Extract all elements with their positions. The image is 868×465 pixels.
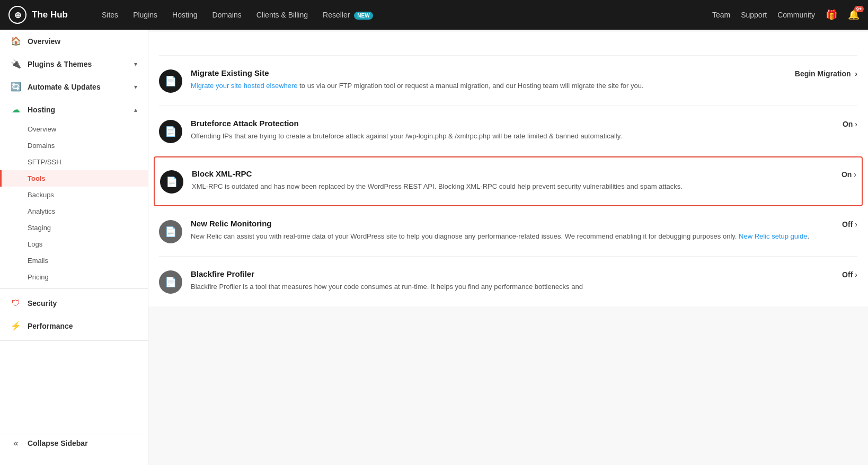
nav-reseller[interactable]: Reseller NEW bbox=[316, 7, 379, 22]
tool-item-bruteforce: 📄 Bruteforce Attack Protection Offending… bbox=[159, 106, 857, 156]
xmlrpc-chevron-icon: › bbox=[854, 170, 856, 179]
sidebar-item-security[interactable]: 🛡 Security bbox=[0, 292, 148, 314]
new-relic-title: New Relic Monitoring bbox=[191, 219, 812, 228]
sidebar-item-overview[interactable]: 🏠 Overview bbox=[0, 30, 148, 52]
sidebar-sub-item-analytics[interactable]: Analytics bbox=[0, 203, 148, 220]
chevron-down-icon-2: ▾ bbox=[134, 83, 137, 91]
document-icon-2: 📄 bbox=[165, 126, 176, 137]
sidebar-sub-item-overview[interactable]: Overview bbox=[0, 121, 148, 137]
cloud-icon: ☁ bbox=[11, 104, 21, 115]
nav-clients-billing[interactable]: Clients & Billing bbox=[250, 7, 314, 22]
collapse-icon: « bbox=[11, 438, 21, 448]
sidebar-sub-item-emails[interactable]: Emails bbox=[0, 252, 148, 269]
main-content: 📄 Migrate Existing Site Migrate your sit… bbox=[148, 30, 868, 465]
xmlrpc-title: Block XML-RPC bbox=[192, 169, 811, 178]
document-icon: 📄 bbox=[165, 75, 176, 87]
reseller-badge: NEW bbox=[354, 12, 373, 20]
document-icon-5: 📄 bbox=[165, 276, 176, 288]
new-relic-status-label: Off bbox=[842, 220, 853, 229]
topnav-right: Team Support Community 🎁 🔔 9+ bbox=[712, 9, 860, 21]
gift-button[interactable]: 🎁 bbox=[826, 9, 837, 21]
nav-plugins[interactable]: Plugins bbox=[127, 7, 164, 22]
home-icon: 🏠 bbox=[11, 36, 21, 46]
bruteforce-title: Bruteforce Attack Protection bbox=[191, 119, 812, 128]
sidebar-collapse-button[interactable]: « Collapse Sidebar bbox=[0, 434, 148, 454]
notifications-button[interactable]: 🔔 9+ bbox=[848, 9, 860, 21]
xmlrpc-body: Block XML-RPC XML-RPC is outdated and ha… bbox=[192, 169, 811, 192]
tool-item-blackfire: 📄 Blackfire Profiler Blackfire Profiler … bbox=[159, 257, 857, 306]
notifications-badge: 9+ bbox=[854, 6, 864, 12]
migrate-desc: Migrate your site hosted elsewhere to us… bbox=[191, 81, 786, 91]
migrate-link[interactable]: Migrate your site hosted elsewhere bbox=[191, 82, 298, 90]
blackfire-status-label: Off bbox=[842, 270, 853, 279]
nav-domains[interactable]: Domains bbox=[206, 7, 248, 22]
sidebar-item-hosting[interactable]: ☁ Hosting ▴ bbox=[0, 98, 148, 121]
partial-top-item bbox=[159, 32, 857, 56]
xmlrpc-action[interactable]: On › bbox=[819, 169, 856, 179]
brand: ⊕ The Hub bbox=[8, 6, 83, 24]
bruteforce-chevron-icon: › bbox=[855, 120, 857, 128]
bruteforce-icon-wrap: 📄 bbox=[159, 120, 182, 143]
blackfire-action[interactable]: Off › bbox=[820, 269, 857, 279]
bruteforce-desc: Offending IPs that are trying to create … bbox=[191, 131, 812, 142]
new-relic-icon-wrap: 📄 bbox=[159, 220, 182, 243]
sidebar-item-performance[interactable]: ⚡ Performance bbox=[0, 314, 148, 337]
sidebar-label-collapse: Collapse Sidebar bbox=[28, 439, 88, 448]
sidebar-item-plugins-themes[interactable]: 🔌 Plugins & Themes ▾ bbox=[0, 52, 148, 75]
performance-icon: ⚡ bbox=[11, 321, 21, 331]
plugin-icon: 🔌 bbox=[11, 59, 21, 69]
nav-sites[interactable]: Sites bbox=[95, 7, 125, 22]
sidebar-label-overview: Overview bbox=[28, 37, 60, 46]
sidebar-label-hosting: Hosting bbox=[28, 106, 55, 114]
blackfire-title: Blackfire Profiler bbox=[191, 269, 812, 278]
brand-name: The Hub bbox=[32, 10, 68, 20]
topnav-links: Sites Plugins Hosting Domains Clients & … bbox=[95, 7, 699, 22]
sidebar-hosting-submenu: Overview Domains SFTP/SSH Tools Backups … bbox=[0, 121, 148, 285]
shield-icon: 🛡 bbox=[11, 299, 21, 308]
sidebar-label-security: Security bbox=[28, 299, 57, 308]
migrate-body: Migrate Existing Site Migrate your site … bbox=[191, 68, 786, 91]
chevron-up-icon: ▴ bbox=[134, 106, 137, 113]
sidebar: 🏠 Overview 🔌 Plugins & Themes ▾ 🔄 Automa… bbox=[0, 30, 148, 465]
new-relic-body: New Relic Monitoring New Relic can assis… bbox=[191, 219, 812, 242]
blackfire-chevron-icon: › bbox=[855, 270, 857, 279]
tool-item-migrate: 📄 Migrate Existing Site Migrate your sit… bbox=[159, 56, 857, 106]
sidebar-sub-item-staging[interactable]: Staging bbox=[0, 220, 148, 236]
bruteforce-status-label: On bbox=[843, 120, 853, 128]
blackfire-desc: Blackfire Profiler is a tool that measur… bbox=[191, 282, 812, 292]
document-icon-4: 📄 bbox=[165, 226, 176, 238]
sidebar-label-automate-updates: Automate & Updates bbox=[28, 83, 101, 91]
nav-community[interactable]: Community bbox=[777, 11, 815, 19]
brand-logo: ⊕ bbox=[8, 6, 26, 24]
migrate-title: Migrate Existing Site bbox=[191, 68, 786, 77]
sidebar-sub-item-pricing[interactable]: Pricing bbox=[0, 269, 148, 285]
sidebar-item-automate-updates[interactable]: 🔄 Automate & Updates ▾ bbox=[0, 75, 148, 98]
sidebar-sub-item-tools[interactable]: Tools bbox=[0, 170, 148, 187]
nav-team[interactable]: Team bbox=[712, 11, 730, 19]
bruteforce-action[interactable]: On › bbox=[820, 119, 857, 128]
new-relic-action[interactable]: Off › bbox=[820, 219, 857, 229]
partial-desc bbox=[159, 32, 325, 45]
sidebar-label-performance: Performance bbox=[28, 322, 73, 330]
layout: 🏠 Overview 🔌 Plugins & Themes ▾ 🔄 Automa… bbox=[0, 30, 868, 465]
topnav: ⊕ The Hub Sites Plugins Hosting Domains … bbox=[0, 0, 868, 30]
new-relic-link[interactable]: New Relic setup guide bbox=[739, 232, 807, 240]
tool-item-new-relic: 📄 New Relic Monitoring New Relic can ass… bbox=[159, 206, 857, 257]
migrate-action-label: Begin Migration › bbox=[795, 69, 857, 78]
migrate-desc-text: to us via our FTP migration tool or requ… bbox=[299, 82, 643, 90]
tools-list: 📄 Migrate Existing Site Migrate your sit… bbox=[148, 32, 868, 306]
sidebar-divider-2 bbox=[0, 340, 148, 341]
nav-support[interactable]: Support bbox=[741, 11, 767, 19]
sidebar-divider-1 bbox=[0, 288, 148, 289]
sidebar-sub-item-domains[interactable]: Domains bbox=[0, 137, 148, 154]
migrate-action[interactable]: Begin Migration › bbox=[795, 68, 857, 78]
sidebar-sub-item-backups[interactable]: Backups bbox=[0, 187, 148, 203]
nav-hosting[interactable]: Hosting bbox=[166, 7, 203, 22]
sidebar-sub-item-logs[interactable]: Logs bbox=[0, 236, 148, 252]
xmlrpc-desc: XML-RPC is outdated and has now been rep… bbox=[192, 181, 811, 192]
sidebar-sub-item-sftp-ssh[interactable]: SFTP/SSH bbox=[0, 154, 148, 170]
blackfire-body: Blackfire Profiler Blackfire Profiler is… bbox=[191, 269, 812, 292]
blackfire-icon-wrap: 📄 bbox=[159, 270, 182, 294]
sidebar-label-plugins-themes: Plugins & Themes bbox=[28, 60, 92, 68]
chevron-down-icon: ▾ bbox=[134, 60, 137, 68]
